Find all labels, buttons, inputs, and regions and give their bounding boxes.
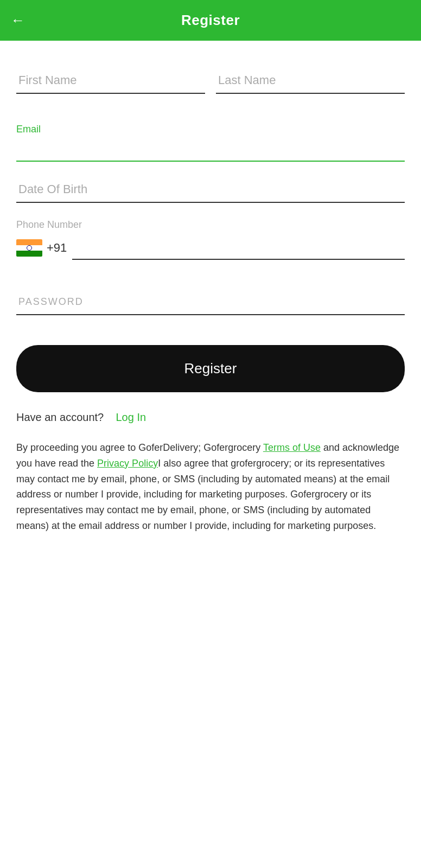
- flag-green: [16, 251, 42, 257]
- phone-section: Phone Number +91: [16, 219, 405, 260]
- dob-input[interactable]: [16, 177, 405, 203]
- first-name-group: [16, 68, 205, 94]
- name-row: [16, 68, 405, 107]
- back-button[interactable]: ←: [11, 12, 25, 29]
- email-label: Email: [16, 124, 405, 135]
- terms-intro: By proceeding you agree to GoferDelivery…: [16, 442, 263, 453]
- have-account-text: Have an account?: [16, 411, 104, 423]
- phone-label: Phone Number: [16, 219, 405, 231]
- privacy-policy-link[interactable]: Privacy Policy: [97, 458, 158, 469]
- login-link[interactable]: Log In: [116, 411, 146, 423]
- india-flag: [16, 239, 42, 257]
- terms-of-use-link[interactable]: Terms of Use: [263, 442, 321, 453]
- phone-row: +91: [16, 236, 405, 260]
- last-name-input[interactable]: [216, 68, 405, 94]
- country-dial-code: +91: [47, 241, 67, 255]
- dob-section: [16, 177, 405, 203]
- flag-orange: [16, 239, 42, 245]
- app-container: ← Register Email Phone Number: [0, 0, 421, 556]
- last-name-group: [216, 68, 405, 94]
- email-input[interactable]: [16, 137, 405, 162]
- have-account-row: Have an account? Log In: [16, 411, 405, 424]
- page-title: Register: [181, 12, 240, 29]
- phone-input[interactable]: [72, 236, 405, 260]
- password-input[interactable]: [16, 290, 405, 315]
- country-code[interactable]: +91: [16, 239, 67, 257]
- register-button[interactable]: Register: [16, 345, 405, 392]
- ashoka-chakra: [27, 245, 32, 251]
- password-section: [16, 290, 405, 315]
- header: ← Register: [0, 0, 421, 41]
- terms-rest: I also agree that grofergrocery; or its …: [16, 458, 390, 531]
- form-content: Email Phone Number +91: [0, 41, 421, 556]
- email-section: Email: [16, 124, 405, 162]
- flag-white: [16, 245, 42, 251]
- terms-section: By proceeding you agree to GoferDelivery…: [16, 440, 405, 534]
- first-name-input[interactable]: [16, 68, 205, 94]
